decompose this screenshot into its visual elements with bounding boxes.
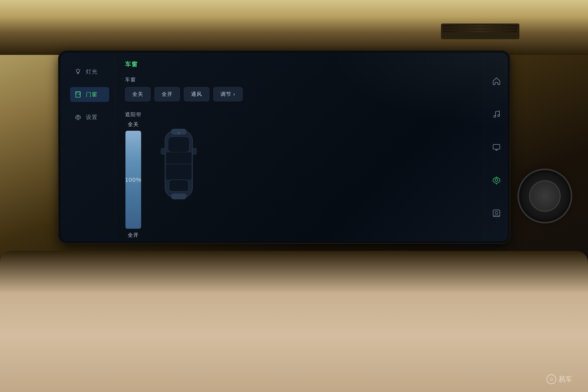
right-icon-cast[interactable] xyxy=(490,141,502,153)
svg-rect-16 xyxy=(161,148,165,154)
right-icon-music[interactable] xyxy=(490,108,502,120)
vent-inner xyxy=(529,180,560,212)
vent-slot xyxy=(441,24,520,39)
svg-point-23 xyxy=(495,179,498,182)
svg-point-8 xyxy=(77,116,79,118)
right-vent-area xyxy=(518,168,572,224)
close-all-button[interactable]: 全关 xyxy=(125,87,150,101)
svg-rect-17 xyxy=(192,148,196,154)
settings-label: 设置 xyxy=(86,114,98,121)
bulb-icon xyxy=(74,68,82,76)
svg-rect-10 xyxy=(168,136,190,152)
screen-bezel: 灯光 门窗 xyxy=(59,51,510,243)
sunshade-title: 遮阳帘 xyxy=(125,111,142,118)
left-sidebar: 灯光 门窗 xyxy=(60,52,115,242)
svg-rect-14 xyxy=(171,194,186,199)
vent-line-2 xyxy=(443,28,518,30)
section-title: 车窗 xyxy=(125,60,475,68)
vent-line-3 xyxy=(443,31,518,32)
svg-line-4 xyxy=(76,70,76,70)
window-section: 车窗 全关 全开 通风 调节 › xyxy=(125,76,475,101)
svg-rect-11 xyxy=(166,152,192,180)
svg-rect-5 xyxy=(76,92,80,97)
sidebar-item-lights[interactable]: 灯光 xyxy=(70,64,109,79)
window-controls: 全关 全开 通风 调节 › xyxy=(125,87,475,101)
sidebar-item-settings[interactable]: 设置 xyxy=(70,110,109,125)
ventilate-button[interactable]: 通风 xyxy=(184,87,209,101)
svg-point-7 xyxy=(79,94,80,95)
main-screen: 灯光 门窗 xyxy=(60,52,508,242)
right-sidebar xyxy=(484,52,508,242)
doors-label: 门窗 xyxy=(86,91,98,98)
watermark: ⊙ 易车 xyxy=(546,374,572,384)
sunshade-area: 遮阳帘 全关 100% 全开 xyxy=(125,111,475,238)
right-icon-home[interactable] xyxy=(490,75,502,87)
svg-rect-12 xyxy=(169,180,188,192)
right-icon-gear[interactable] xyxy=(490,174,502,186)
svg-line-3 xyxy=(80,70,80,70)
adjust-button[interactable]: 调节 › xyxy=(213,87,243,101)
dashboard-bottom xyxy=(0,251,588,392)
svg-rect-24 xyxy=(493,210,500,216)
lights-label: 灯光 xyxy=(86,68,98,76)
svg-rect-21 xyxy=(493,144,500,149)
dashboard-top-shelf xyxy=(0,0,588,55)
svg-point-25 xyxy=(495,211,498,214)
open-all-button[interactable]: 全开 xyxy=(154,87,180,101)
sunshade-top-label: 全关 xyxy=(128,121,139,128)
sunshade-slider-container: 遮阳帘 全关 100% 全开 xyxy=(125,111,142,238)
svg-point-0 xyxy=(76,70,80,72)
gear-icon xyxy=(74,113,82,121)
svg-rect-6 xyxy=(76,92,80,94)
svg-point-18 xyxy=(178,132,180,134)
vent-circle xyxy=(518,168,572,224)
car-top-view xyxy=(153,111,204,217)
main-content: 车窗 车窗 全关 全开 通风 调节 › 遮阳帘 xyxy=(115,52,484,242)
sunshade-slider-track[interactable]: 100% xyxy=(126,131,141,229)
watermark-text: 易车 xyxy=(558,374,572,384)
window-subsection-title: 车窗 xyxy=(125,76,475,83)
sunshade-percent: 100% xyxy=(125,176,142,183)
vent-line-1 xyxy=(443,26,518,27)
door-icon xyxy=(74,90,82,98)
right-icon-profile[interactable] xyxy=(490,207,502,219)
dashboard-background: 灯光 门窗 xyxy=(0,0,588,392)
sidebar-item-doors[interactable]: 门窗 xyxy=(70,87,109,102)
watermark-icon: ⊙ xyxy=(546,374,556,384)
sunshade-bottom-label: 全开 xyxy=(128,232,139,238)
